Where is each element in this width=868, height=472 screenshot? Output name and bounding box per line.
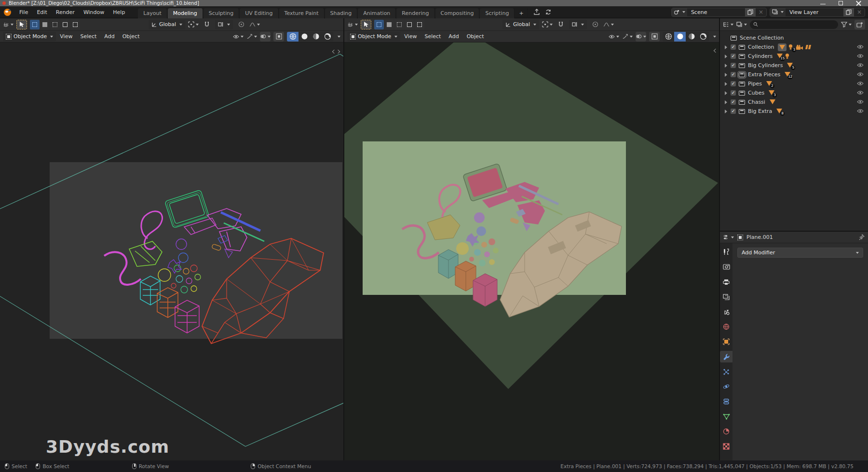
hide-eye-toggle[interactable]	[857, 90, 864, 95]
menu-render[interactable]: Render	[52, 8, 79, 17]
expand-arrow-icon[interactable]	[725, 55, 727, 58]
menu-view[interactable]: View	[400, 33, 420, 40]
menu-edit[interactable]: Edit	[32, 8, 51, 17]
collection-checkbox[interactable]: ✓	[731, 109, 736, 114]
expand-arrow-icon[interactable]	[725, 110, 727, 113]
view-layer-browse-button[interactable]	[770, 8, 786, 16]
shading-rendered-button[interactable]	[697, 32, 709, 42]
tab-uv-editing[interactable]: UV Editing	[240, 8, 278, 18]
menu-object[interactable]: Object	[463, 33, 488, 40]
tab-scene[interactable]	[720, 306, 732, 318]
maximize-button[interactable]	[838, 1, 843, 5]
expand-arrow-icon[interactable]	[725, 45, 727, 49]
tab-modeling[interactable]: Modeling	[168, 8, 203, 18]
scene-unlink-button[interactable]: ×	[756, 9, 766, 15]
select-mode-box[interactable]	[384, 20, 394, 29]
collection-checkbox[interactable]: ✓	[731, 81, 736, 86]
collection-checkbox[interactable]: ✓	[731, 44, 736, 50]
collection-row[interactable]: ✓ Chassi	[720, 97, 868, 107]
hide-eye-toggle[interactable]	[857, 63, 864, 68]
collection-checkbox[interactable]: ✓	[731, 72, 736, 77]
select-mode-extend[interactable]	[70, 20, 80, 29]
collection-row-active[interactable]: ✓ Extra Pieces 12	[720, 70, 868, 79]
expand-arrow-icon[interactable]	[725, 100, 727, 104]
collection-row[interactable]: ✓ Cubes 3	[720, 88, 868, 97]
menu-help[interactable]: Help	[108, 8, 129, 17]
expand-arrow-icon[interactable]	[725, 91, 727, 95]
select-mode-extend[interactable]	[415, 20, 424, 29]
gizmos-dropdown[interactable]	[622, 32, 633, 42]
close-button[interactable]	[856, 1, 861, 5]
shading-material-button[interactable]	[310, 32, 322, 42]
shading-solid-button[interactable]	[298, 32, 310, 42]
proportional-editing-toggle[interactable]	[236, 20, 246, 29]
pivot-point-dropdown[interactable]	[542, 20, 553, 29]
filter-dropdown[interactable]	[841, 20, 852, 29]
hide-eye-toggle[interactable]	[857, 44, 864, 49]
shading-dropdown-chevron[interactable]	[338, 36, 340, 38]
snap-target-dropdown[interactable]	[569, 20, 587, 29]
menu-select[interactable]: Select	[76, 33, 100, 40]
menu-view[interactable]: View	[56, 33, 76, 40]
select-mode-tweak[interactable]	[374, 20, 384, 29]
collection-checkbox[interactable]: ✓	[731, 99, 736, 105]
collection-row[interactable]: ✓ Collection 3	[720, 42, 868, 52]
gizmos-dropdown[interactable]	[246, 32, 257, 42]
collection-checkbox[interactable]: ✓	[731, 54, 736, 59]
menu-select[interactable]: Select	[420, 33, 445, 40]
pivot-point-dropdown[interactable]	[188, 20, 199, 29]
view-layer-name[interactable]: View Layer	[786, 9, 843, 15]
tab-compositing[interactable]: Compositing	[435, 8, 480, 18]
title-bar[interactable]: Blender* [Z:\01_Diego\02_Clouds\Dropbox\…	[0, 0, 868, 6]
collection-row[interactable]: ✓ Big Extra 8	[720, 107, 868, 116]
select-mode-tweak[interactable]	[30, 20, 40, 29]
xray-toggle[interactable]	[273, 32, 284, 42]
transform-orientation-dropdown[interactable]: Global	[149, 20, 185, 29]
proportional-editing-toggle[interactable]	[590, 20, 600, 29]
tab-tool[interactable]	[720, 246, 732, 258]
pin-icon[interactable]	[859, 234, 865, 240]
scene-copy-button[interactable]	[745, 8, 756, 16]
sync-cycle-icon[interactable]	[545, 9, 552, 15]
shading-wireframe-button[interactable]	[287, 32, 298, 42]
select-mode-circle[interactable]	[50, 20, 60, 29]
sidebar-collapse-widget[interactable]	[714, 49, 717, 52]
scene-collection-row[interactable]: Scene Collection	[720, 33, 868, 42]
menu-add[interactable]: Add	[445, 33, 462, 40]
tab-layout[interactable]: Layout	[138, 8, 167, 18]
hide-eye-toggle[interactable]	[857, 81, 864, 86]
editor-type-button[interactable]	[723, 20, 733, 29]
editor-type-button[interactable]	[3, 20, 14, 29]
tab-animation[interactable]: Animation	[358, 8, 396, 18]
shading-solid-button[interactable]	[674, 32, 686, 42]
viewport-canvas-right[interactable]	[344, 42, 719, 460]
overlays-dropdown[interactable]	[260, 32, 271, 42]
tab-output[interactable]	[720, 276, 732, 288]
view-layer-remove-button[interactable]: ×	[854, 9, 865, 15]
snap-toggle[interactable]	[556, 20, 566, 29]
tab-view-layer[interactable]	[720, 291, 732, 303]
proportional-falloff-dropdown[interactable]	[249, 20, 260, 29]
active-tool-select-box[interactable]	[361, 20, 371, 29]
tab-modifiers-active[interactable]	[720, 351, 732, 362]
minimize-button[interactable]	[820, 1, 826, 5]
scene-browse-button[interactable]	[672, 8, 687, 16]
collection-checkbox[interactable]: ✓	[731, 63, 736, 68]
object-visibility-dropdown[interactable]	[609, 32, 619, 42]
collection-checkbox[interactable]: ✓	[731, 90, 736, 96]
scene-name[interactable]: Scene	[687, 9, 745, 15]
expand-arrow-icon[interactable]	[725, 73, 727, 77]
hide-eye-toggle[interactable]	[857, 109, 864, 113]
shading-dropdown-chevron[interactable]	[713, 36, 716, 38]
active-tool-select-box[interactable]	[16, 20, 27, 29]
editor-corner-widget[interactable]	[333, 50, 339, 53]
outliner-search[interactable]	[750, 20, 838, 29]
overlays-dropdown[interactable]	[636, 32, 646, 42]
tab-world[interactable]	[720, 321, 732, 333]
collection-row[interactable]: ✓ Cylinders 15	[720, 52, 868, 61]
tab-texture-paint[interactable]: Texture Paint	[279, 8, 325, 18]
tab-physics[interactable]	[720, 381, 732, 392]
new-collection-button[interactable]	[854, 20, 865, 29]
expand-arrow-icon[interactable]	[725, 82, 727, 86]
tab-shading[interactable]: Shading	[325, 8, 358, 18]
